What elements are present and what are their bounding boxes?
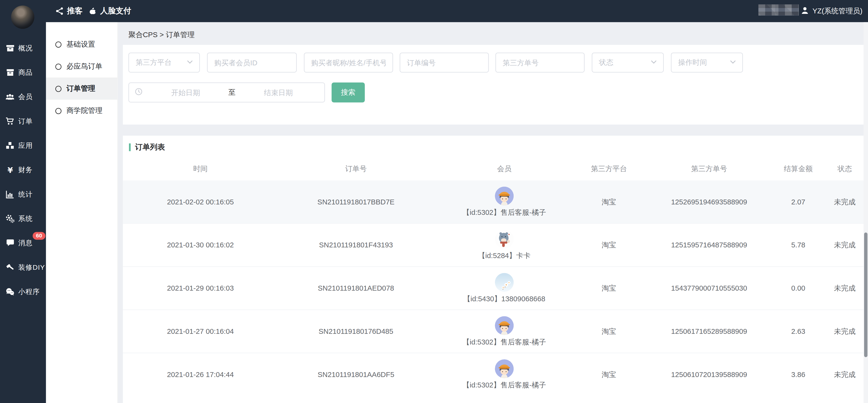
sidebar-item-label: 消息 [18, 239, 33, 248]
cell-status: 未完成 [822, 283, 868, 293]
submenu-item-4[interactable]: 商学院管理 [46, 100, 117, 122]
unread-count-badge: 60 [33, 232, 45, 240]
cell-amount: 5.78 [775, 241, 822, 249]
table-row[interactable]: 2021-01-30 00:16:02 SN2101191801F43193 【… [123, 223, 868, 266]
buyer-id-input[interactable] [207, 53, 297, 72]
cell-status: 未完成 [822, 370, 868, 379]
topnav-tuike[interactable]: 推客 [55, 0, 83, 22]
sidebar-item-label: 财务 [18, 165, 33, 175]
cell-time: 2021-01-27 00:16:04 [123, 327, 278, 336]
member-name: 【id:5302】售后客服-橘子 [462, 207, 546, 217]
cell-amount: 3.86 [775, 370, 822, 379]
current-user[interactable]: YZ(系统管理员) [800, 0, 862, 22]
order-no-input[interactable] [400, 53, 489, 72]
submenu-item-1[interactable]: 基础设置 [46, 33, 117, 55]
date-range-picker[interactable]: 至 [128, 83, 325, 102]
secondary-menu: 基础设置 必应鸟订单 订单管理 商学院管理 [46, 22, 118, 403]
decorate-gavel-icon [4, 263, 16, 272]
profile-photo-avatar[interactable] [11, 6, 34, 29]
system-gears-icon [4, 214, 16, 223]
sidebar-item-8[interactable]: 系统 [0, 207, 46, 231]
submenu-item-2[interactable]: 必应鸟订单 [46, 55, 117, 78]
main-sidebar: 概况 商品 会员 订单 应用 ¥ 财务 统计 系统 消息 60 装修DIY 小程… [0, 0, 46, 403]
topnav-face-pay-label: 人脸支付 [100, 6, 131, 16]
maruko-avatar [495, 186, 514, 205]
radio-circle-icon [55, 63, 61, 69]
panel-title: 订单列表 [123, 136, 868, 152]
op-time-select-placeholder: 操作时间 [678, 58, 707, 67]
sidebar-item-5[interactable]: 应用 [0, 133, 46, 158]
cell-order-no: SN2101191801F43193 [278, 241, 434, 249]
sidebar-item-label: 会员 [18, 92, 33, 102]
submenu-item-label: 基础设置 [66, 39, 95, 49]
sidebar-item-7[interactable]: 统计 [0, 182, 46, 206]
cell-third-no: 1250617165289588909 [643, 327, 775, 336]
cell-time: 2021-02-02 00:16:05 [123, 197, 278, 206]
title-accent-bar [129, 144, 131, 151]
top-bar: 推客 人脸支付 YZ(系统管理员) [0, 0, 868, 22]
sidebar-item-11[interactable]: 小程序 [0, 280, 46, 304]
maruko-avatar [495, 316, 514, 335]
table-row[interactable]: 2021-01-29 00:16:03 SN2101191801AED078 【… [123, 266, 868, 310]
sidebar-item-3[interactable]: 会员 [0, 85, 46, 109]
members-users-icon [4, 92, 16, 102]
status-select-placeholder: 状态 [599, 58, 613, 67]
column-header-4: 第三方平台 [575, 164, 643, 174]
status-select[interactable]: 状态 [592, 53, 663, 72]
buyer-name-input[interactable] [304, 53, 393, 72]
table-row[interactable]: 2021-02-02 00:16:05 SN21011918017BBD7E 【… [123, 180, 868, 223]
censored-text-block [758, 4, 799, 16]
share-icon [55, 6, 64, 15]
sidebar-item-label: 订单 [18, 117, 33, 126]
platform-select[interactable]: 第三方平台 [128, 53, 200, 72]
column-header-3: 会员 [434, 164, 575, 174]
search-button[interactable]: 搜索 [332, 83, 365, 102]
sidebar-item-10[interactable]: 装修DIY [0, 255, 46, 279]
panel-title-label: 订单列表 [135, 142, 165, 152]
cell-third-no: 1543779000710555030 [643, 284, 775, 292]
topnav-tuike-label: 推客 [67, 6, 83, 16]
cell-third-no: 1252695194693588909 [643, 197, 775, 206]
cell-platform: 淘宝 [575, 240, 643, 250]
submenu-item-label: 商学院管理 [66, 106, 102, 116]
column-header-1: 时间 [123, 164, 278, 174]
third-party-no-input[interactable] [495, 53, 585, 72]
sidebar-item-2[interactable]: 商品 [0, 60, 46, 85]
sidebar-item-6[interactable]: ¥ 财务 [0, 158, 46, 182]
current-user-label: YZ(系统管理员) [812, 6, 862, 16]
message-comment-icon [4, 239, 16, 248]
sidebar-item-4[interactable]: 订单 [0, 109, 46, 133]
cell-status: 未完成 [822, 326, 868, 336]
table-row[interactable]: 2021-01-27 00:16:04 SN210119180176D485 【… [123, 310, 868, 353]
chevron-down-icon [650, 58, 657, 67]
cell-third-no: 1250610720139588909 [643, 370, 775, 379]
date-end-input[interactable] [238, 88, 319, 97]
submenu-item-label: 订单管理 [66, 84, 95, 93]
member-name: 【id:5302】售后客服-橘子 [462, 380, 546, 390]
submenu-item-3[interactable]: 订单管理 [46, 78, 117, 99]
member-name: 【id:5302】售后客服-橘子 [462, 337, 546, 347]
orders-cart-icon [4, 117, 16, 126]
table-row[interactable]: 2021-01-26 17:04:44 SN2101191801AA6DF5 【… [123, 353, 868, 396]
apps-cubes-icon [4, 141, 16, 150]
column-header-5: 第三方单号 [643, 164, 775, 174]
sidebar-item-9[interactable]: 消息 60 [0, 231, 46, 255]
scrollbar-thumb[interactable] [864, 232, 868, 357]
sidebar-item-1[interactable]: 概况 [0, 36, 46, 60]
cell-order-no: SN210119180176D485 [278, 327, 434, 336]
cell-member: 【id:5302】售后客服-橘子 [434, 316, 575, 347]
cell-member: 【id:5302】售后客服-橘子 [434, 186, 575, 217]
content-area: 聚合CPS > 订单管理 第三方平台 状态 操作时间 至 [118, 22, 868, 403]
date-start-input[interactable] [145, 88, 226, 97]
sidebar-item-label: 装修DIY [18, 263, 45, 272]
overview-archive-icon [4, 43, 16, 53]
op-time-select[interactable]: 操作时间 [671, 53, 743, 72]
order-list-panel: 订单列表 时间订单号会员第三方平台第三方单号结算金额状态 2021-02-02 … [123, 136, 868, 403]
member-name: 【id:5430】13809068668 [463, 294, 546, 304]
hippo-avatar [495, 229, 514, 248]
breadcrumb: 聚合CPS > 订单管理 [128, 30, 195, 40]
cell-platform: 淘宝 [575, 370, 643, 379]
cell-time: 2021-01-30 00:16:02 [123, 241, 278, 249]
topnav-face-pay[interactable]: 人脸支付 [89, 0, 131, 22]
sidebar-item-label: 应用 [18, 141, 33, 150]
